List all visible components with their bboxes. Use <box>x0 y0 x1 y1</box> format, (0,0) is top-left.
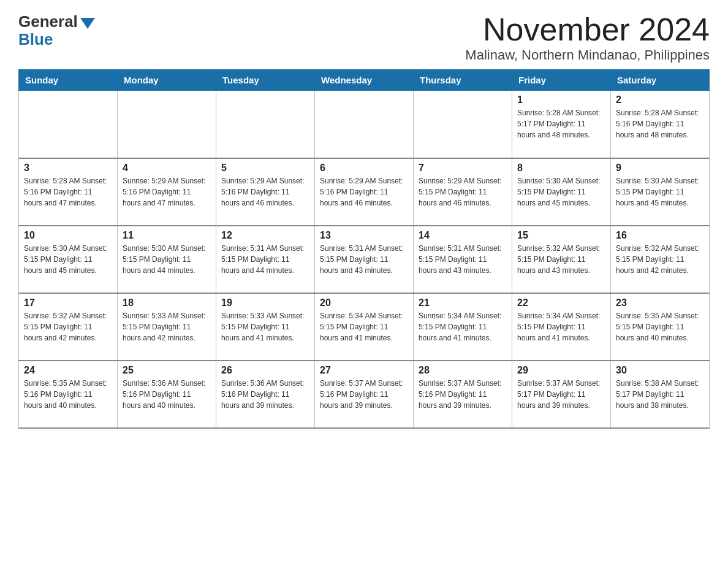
day-number: 12 <box>221 230 309 241</box>
calendar-table: SundayMondayTuesdayWednesdayThursdayFrid… <box>18 69 710 429</box>
weekday-header-monday: Monday <box>118 70 216 91</box>
calendar-cell: 29Sunrise: 5:37 AM Sunset: 5:17 PM Dayli… <box>512 361 611 428</box>
day-info: Sunrise: 5:33 AM Sunset: 5:15 PM Dayligh… <box>123 310 211 343</box>
day-number: 13 <box>320 230 408 241</box>
weekday-header-thursday: Thursday <box>414 70 512 91</box>
day-number: 5 <box>221 163 309 174</box>
day-info: Sunrise: 5:35 AM Sunset: 5:15 PM Dayligh… <box>616 310 704 343</box>
day-number: 9 <box>616 163 704 174</box>
page-title: November 2024 <box>465 12 710 47</box>
calendar-cell: 21Sunrise: 5:34 AM Sunset: 5:15 PM Dayli… <box>414 293 512 361</box>
day-info: Sunrise: 5:30 AM Sunset: 5:15 PM Dayligh… <box>616 175 704 209</box>
day-number: 11 <box>123 230 211 241</box>
calendar-cell: 6Sunrise: 5:29 AM Sunset: 5:16 PM Daylig… <box>315 158 414 226</box>
day-number: 10 <box>24 230 112 241</box>
day-number: 18 <box>123 297 211 308</box>
calendar-cell: 19Sunrise: 5:33 AM Sunset: 5:15 PM Dayli… <box>216 293 315 361</box>
week-row-5: 24Sunrise: 5:35 AM Sunset: 5:16 PM Dayli… <box>19 361 710 428</box>
logo-general-text: General <box>18 12 78 31</box>
day-info: Sunrise: 5:28 AM Sunset: 5:16 PM Dayligh… <box>616 107 704 140</box>
day-info: Sunrise: 5:32 AM Sunset: 5:15 PM Dayligh… <box>517 243 605 276</box>
calendar-cell: 5Sunrise: 5:29 AM Sunset: 5:16 PM Daylig… <box>216 158 315 226</box>
day-info: Sunrise: 5:36 AM Sunset: 5:16 PM Dayligh… <box>221 378 309 411</box>
calendar-cell: 2Sunrise: 5:28 AM Sunset: 5:16 PM Daylig… <box>611 91 710 158</box>
calendar-cell: 1Sunrise: 5:28 AM Sunset: 5:17 PM Daylig… <box>512 91 611 158</box>
day-info: Sunrise: 5:38 AM Sunset: 5:17 PM Dayligh… <box>616 378 704 411</box>
day-number: 6 <box>320 163 408 174</box>
calendar-cell: 16Sunrise: 5:32 AM Sunset: 5:15 PM Dayli… <box>611 226 710 293</box>
day-info: Sunrise: 5:35 AM Sunset: 5:16 PM Dayligh… <box>24 378 112 411</box>
day-info: Sunrise: 5:34 AM Sunset: 5:15 PM Dayligh… <box>419 310 507 343</box>
day-number: 28 <box>419 365 507 376</box>
day-number: 15 <box>517 230 605 241</box>
calendar-cell: 8Sunrise: 5:30 AM Sunset: 5:15 PM Daylig… <box>512 158 611 226</box>
day-info: Sunrise: 5:30 AM Sunset: 5:15 PM Dayligh… <box>24 243 112 276</box>
calendar-cell: 23Sunrise: 5:35 AM Sunset: 5:15 PM Dayli… <box>611 293 710 361</box>
day-info: Sunrise: 5:30 AM Sunset: 5:15 PM Dayligh… <box>517 175 605 209</box>
day-number: 30 <box>616 365 704 376</box>
day-info: Sunrise: 5:29 AM Sunset: 5:16 PM Dayligh… <box>221 175 309 209</box>
day-number: 24 <box>24 365 112 376</box>
calendar-cell: 14Sunrise: 5:31 AM Sunset: 5:15 PM Dayli… <box>414 226 512 293</box>
page-header: General Blue November 2024 Malinaw, Nort… <box>18 12 710 63</box>
calendar-cell: 22Sunrise: 5:34 AM Sunset: 5:15 PM Dayli… <box>512 293 611 361</box>
calendar-cell: 11Sunrise: 5:30 AM Sunset: 5:15 PM Dayli… <box>118 226 216 293</box>
day-number: 22 <box>517 297 605 308</box>
day-info: Sunrise: 5:37 AM Sunset: 5:16 PM Dayligh… <box>320 378 408 411</box>
day-info: Sunrise: 5:31 AM Sunset: 5:15 PM Dayligh… <box>320 243 408 276</box>
day-info: Sunrise: 5:30 AM Sunset: 5:15 PM Dayligh… <box>123 243 211 276</box>
weekday-header-saturday: Saturday <box>611 70 710 91</box>
day-info: Sunrise: 5:32 AM Sunset: 5:15 PM Dayligh… <box>616 243 704 276</box>
day-number: 29 <box>517 365 605 376</box>
day-number: 17 <box>24 297 112 308</box>
day-number: 1 <box>517 94 605 105</box>
logo-general: General <box>18 12 95 31</box>
week-row-4: 17Sunrise: 5:32 AM Sunset: 5:15 PM Dayli… <box>19 293 710 361</box>
title-section: November 2024 Malinaw, Northern Mindanao… <box>465 12 710 63</box>
calendar-cell: 30Sunrise: 5:38 AM Sunset: 5:17 PM Dayli… <box>611 361 710 428</box>
day-info: Sunrise: 5:32 AM Sunset: 5:15 PM Dayligh… <box>24 310 112 343</box>
calendar-cell: 3Sunrise: 5:28 AM Sunset: 5:16 PM Daylig… <box>19 158 118 226</box>
week-row-2: 3Sunrise: 5:28 AM Sunset: 5:16 PM Daylig… <box>19 158 710 226</box>
calendar-cell: 18Sunrise: 5:33 AM Sunset: 5:15 PM Dayli… <box>118 293 216 361</box>
calendar-cell <box>216 91 315 158</box>
subtitle: Malinaw, Northern Mindanao, Philippines <box>465 47 710 63</box>
day-info: Sunrise: 5:33 AM Sunset: 5:15 PM Dayligh… <box>221 310 309 343</box>
week-row-1: 1Sunrise: 5:28 AM Sunset: 5:17 PM Daylig… <box>19 91 710 158</box>
calendar-cell: 26Sunrise: 5:36 AM Sunset: 5:16 PM Dayli… <box>216 361 315 428</box>
week-row-3: 10Sunrise: 5:30 AM Sunset: 5:15 PM Dayli… <box>19 226 710 293</box>
calendar-cell: 12Sunrise: 5:31 AM Sunset: 5:15 PM Dayli… <box>216 226 315 293</box>
weekday-header-friday: Friday <box>512 70 611 91</box>
day-number: 27 <box>320 365 408 376</box>
calendar-cell <box>315 91 414 158</box>
day-info: Sunrise: 5:28 AM Sunset: 5:17 PM Dayligh… <box>517 107 605 140</box>
calendar-cell: 27Sunrise: 5:37 AM Sunset: 5:16 PM Dayli… <box>315 361 414 428</box>
weekday-header-wednesday: Wednesday <box>315 70 414 91</box>
calendar-cell: 13Sunrise: 5:31 AM Sunset: 5:15 PM Dayli… <box>315 226 414 293</box>
calendar-cell: 28Sunrise: 5:37 AM Sunset: 5:16 PM Dayli… <box>414 361 512 428</box>
logo: General Blue <box>18 12 95 49</box>
calendar-cell: 4Sunrise: 5:29 AM Sunset: 5:16 PM Daylig… <box>118 158 216 226</box>
day-info: Sunrise: 5:34 AM Sunset: 5:15 PM Dayligh… <box>517 310 605 343</box>
day-number: 19 <box>221 297 309 308</box>
day-number: 2 <box>616 94 704 105</box>
calendar-cell: 9Sunrise: 5:30 AM Sunset: 5:15 PM Daylig… <box>611 158 710 226</box>
weekday-header-sunday: Sunday <box>19 70 118 91</box>
day-number: 16 <box>616 230 704 241</box>
day-number: 4 <box>123 163 211 174</box>
calendar-cell: 7Sunrise: 5:29 AM Sunset: 5:15 PM Daylig… <box>414 158 512 226</box>
weekday-header-tuesday: Tuesday <box>216 70 315 91</box>
calendar-cell: 24Sunrise: 5:35 AM Sunset: 5:16 PM Dayli… <box>19 361 118 428</box>
calendar-cell: 25Sunrise: 5:36 AM Sunset: 5:16 PM Dayli… <box>118 361 216 428</box>
calendar-cell: 20Sunrise: 5:34 AM Sunset: 5:15 PM Dayli… <box>315 293 414 361</box>
weekday-header-row: SundayMondayTuesdayWednesdayThursdayFrid… <box>19 70 710 91</box>
day-number: 8 <box>517 163 605 174</box>
day-number: 21 <box>419 297 507 308</box>
day-info: Sunrise: 5:37 AM Sunset: 5:17 PM Dayligh… <box>517 378 605 411</box>
day-number: 14 <box>419 230 507 241</box>
day-number: 3 <box>24 163 112 174</box>
logo-blue-text: Blue <box>18 30 53 49</box>
logo-arrow-icon <box>80 18 95 29</box>
calendar-cell: 10Sunrise: 5:30 AM Sunset: 5:15 PM Dayli… <box>19 226 118 293</box>
day-info: Sunrise: 5:34 AM Sunset: 5:15 PM Dayligh… <box>320 310 408 343</box>
